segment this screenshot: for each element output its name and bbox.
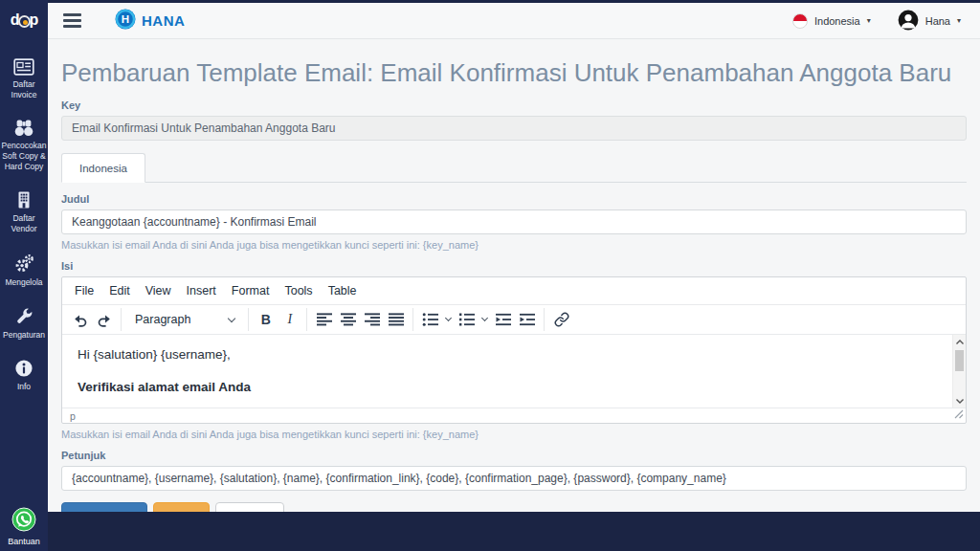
app-root: dp Daftar Invoice (0, 0, 980, 551)
key-label: Key (61, 99, 967, 111)
menu-tools[interactable]: Tools (277, 281, 320, 300)
editor-body: Hi {salutation} {username}, Verifikasi a… (62, 335, 966, 408)
bold-button[interactable]: B (254, 308, 278, 331)
sidebar-item-label: Daftar Vendor (2, 213, 46, 234)
editor-line: Hi {salutation} {username}, (78, 347, 941, 362)
editor-toolbar: Paragraph B I (62, 305, 966, 335)
element-path: p (70, 410, 76, 422)
header-right: Indonesia ▾ Hana (792, 10, 961, 33)
toolbar-divider (121, 308, 122, 331)
sidebar-item-daftar-invoice[interactable]: Daftar Invoice (0, 50, 48, 110)
menu-view[interactable]: View (138, 281, 179, 300)
scrollbar-thumb[interactable] (955, 350, 964, 371)
judul-label: Judul (61, 193, 967, 205)
menu-format[interactable]: Format (224, 281, 278, 300)
isi-label: Isi (61, 260, 967, 272)
italic-button[interactable]: I (278, 308, 301, 331)
page-title: Pembaruan Template Email: Email Konfirma… (61, 58, 967, 88)
invoice-icon (13, 58, 34, 76)
info-icon (14, 359, 33, 378)
editor-scrollbar[interactable] (952, 335, 966, 408)
svg-text:H: H (122, 13, 129, 25)
menu-file[interactable]: File (67, 281, 101, 300)
align-left-icon[interactable] (312, 308, 336, 331)
binoculars-icon (13, 119, 34, 137)
pembaruan-button[interactable]: Pembaruan (61, 502, 147, 512)
footer-band (48, 512, 980, 551)
numbered-list-icon[interactable] (455, 308, 479, 331)
brand-name: HANA (142, 12, 185, 29)
chevron-down-icon: ▾ (867, 16, 871, 25)
align-right-icon[interactable] (360, 308, 384, 331)
language-tabs: Indonesia (61, 153, 967, 183)
reset-button[interactable]: Reset (153, 502, 210, 512)
avatar (898, 10, 919, 33)
user-dropdown[interactable]: Hana ▾ (898, 10, 961, 33)
bullet-list-icon[interactable] (418, 308, 442, 331)
sidebar-item-pencocokan[interactable]: Pencocokan Soft Copy & Hard Copy (0, 110, 48, 182)
dop-logo-ring-icon (18, 15, 31, 28)
top-header: H HANA Indonesia ▾ (48, 0, 980, 39)
action-buttons: Pembaruan Reset Kembali (61, 502, 967, 512)
format-dropdown[interactable]: Paragraph (126, 308, 243, 331)
menu-insert[interactable]: Insert (179, 281, 224, 300)
sidebar-item-mengelola[interactable]: Mengelola (0, 244, 48, 298)
hana-logo[interactable]: H HANA (114, 8, 185, 34)
whatsapp-icon (11, 507, 36, 534)
toolbar-divider (306, 308, 307, 331)
sidebar-item-daftar-vendor[interactable]: Daftar Vendor (0, 182, 48, 244)
sidebar-item-bantuan[interactable]: Bantuan (8, 507, 40, 551)
judul-helper-text: Masukkan isi email Anda di sini Anda jug… (61, 239, 967, 251)
sidebar-item-info[interactable]: Info (0, 350, 48, 402)
align-justify-icon[interactable] (384, 308, 408, 331)
resize-handle-icon[interactable] (954, 409, 964, 421)
language-label: Indonesia (814, 15, 860, 27)
key-input[interactable] (61, 116, 967, 141)
menu-table[interactable]: Table (321, 281, 365, 300)
sidebar-item-pengaturan[interactable]: Pengaturan (0, 298, 48, 350)
link-icon[interactable] (549, 308, 573, 331)
sidebar-item-label: Daftar Invoice (2, 79, 46, 100)
outdent-icon[interactable] (491, 308, 515, 331)
redo-icon[interactable] (92, 308, 116, 331)
indent-icon[interactable] (515, 308, 539, 331)
editor-line-bold: Verifikasi alamat email Anda (78, 380, 941, 394)
chevron-down-icon (228, 314, 235, 321)
isi-helper-text: Masukkan isi email Anda di sini Anda jug… (61, 429, 967, 440)
rich-text-editor: File Edit View Insert Format Tools Table (61, 276, 967, 424)
sidebar-item-label: Pencocokan Soft Copy & Hard Copy (2, 141, 47, 172)
page-content: Pembaruan Template Email: Email Konfirma… (48, 39, 980, 512)
main-column: H HANA Indonesia ▾ (48, 0, 980, 551)
dop-logo-right: p (30, 11, 38, 29)
chevron-down-icon[interactable] (481, 315, 488, 321)
sidebar-nav: Daftar Invoice Pencocokan Soft Copy & Ha… (0, 50, 48, 402)
scroll-down-icon[interactable] (953, 395, 967, 407)
chevron-down-icon: ▾ (957, 16, 961, 25)
building-icon (14, 190, 33, 209)
sidebar-item-label: Bantuan (8, 537, 40, 546)
hana-logo-icon: H (114, 8, 137, 34)
chevron-down-icon[interactable] (445, 315, 452, 321)
petunjuk-input[interactable] (61, 466, 967, 491)
undo-icon[interactable] (68, 308, 92, 331)
gears-icon (13, 253, 34, 274)
petunjuk-label: Petunjuk (61, 450, 967, 461)
wrench-icon (14, 306, 34, 326)
dop-logo[interactable]: dp (11, 0, 38, 40)
editor-content[interactable]: Hi {salutation} {username}, Verifikasi a… (62, 335, 966, 408)
judul-input[interactable] (61, 209, 967, 234)
toolbar-divider (412, 308, 413, 331)
sidebar-item-label: Mengelola (5, 277, 42, 288)
user-name: Hana (925, 15, 950, 27)
scroll-up-icon[interactable] (953, 336, 967, 347)
toolbar-divider (544, 308, 545, 331)
editor-menubar: File Edit View Insert Format Tools Table (62, 277, 966, 305)
menu-edit[interactable]: Edit (101, 281, 138, 300)
kembali-button[interactable]: Kembali (215, 502, 283, 512)
align-center-icon[interactable] (336, 308, 360, 331)
sidebar-item-label: Info (17, 382, 31, 392)
tab-indonesia[interactable]: Indonesia (61, 153, 145, 183)
language-dropdown[interactable]: Indonesia ▾ (792, 13, 871, 29)
format-dropdown-value: Paragraph (135, 313, 190, 326)
hamburger-icon[interactable] (61, 10, 83, 32)
